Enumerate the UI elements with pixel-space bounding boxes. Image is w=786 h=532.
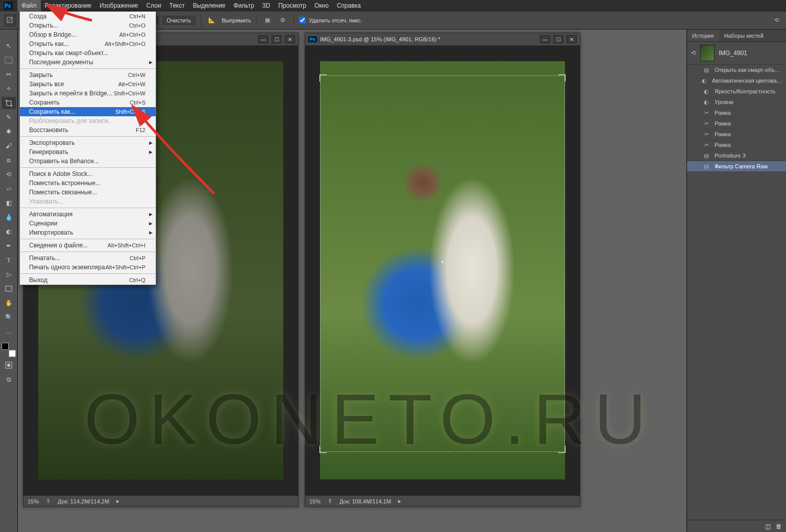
menu-item[interactable]: Открыть как...Alt+Shift+Ctrl+O	[20, 39, 156, 48]
overlay-grid-icon[interactable]: ▦	[262, 15, 273, 26]
more-tools[interactable]: …	[2, 325, 16, 338]
menu-item[interactable]: Открыть как смарт-объект...	[20, 48, 156, 58]
zoom-level-left[interactable]: 15%	[28, 498, 39, 504]
straighten-icon[interactable]: 📐	[206, 15, 217, 26]
canvas-right[interactable]: ✦	[305, 45, 580, 495]
stamp-tool[interactable]: ⧈	[2, 154, 16, 166]
foreground-color[interactable]	[2, 343, 9, 350]
maximize-button[interactable]: ☐	[272, 35, 282, 43]
close-button[interactable]: ✕	[285, 35, 295, 43]
share-icon[interactable]: ⇪	[46, 498, 51, 504]
healing-brush-tool[interactable]: ✱	[2, 125, 16, 138]
eyedropper-tool[interactable]: ✎	[2, 111, 16, 123]
menu-файл[interactable]: Файл	[17, 0, 41, 11]
path-select-tool[interactable]: ▷	[2, 268, 16, 281]
pen-tool[interactable]: ✒	[2, 240, 16, 252]
menu-item[interactable]: СохранитьCtrl+S	[20, 98, 156, 107]
history-step[interactable]: ▤Portraiture 3	[687, 150, 786, 161]
history-step[interactable]: ▤Фильтр Camera Raw	[687, 161, 786, 172]
history-snapshot-row[interactable]: ⟲ IMG_4901	[687, 42, 786, 65]
chevron-right-icon[interactable]: ▸	[116, 498, 119, 504]
tool-preset-button[interactable]	[4, 14, 16, 27]
history-step[interactable]: ✂Рамка	[687, 140, 786, 150]
quickmask-toggle[interactable]	[2, 359, 16, 371]
menu-item[interactable]: Закрыть и перейти в Bridge...Shift+Ctrl+…	[20, 89, 156, 98]
history-step[interactable]: ◐Яркость/Контрастность	[687, 86, 786, 97]
menu-item[interactable]: Экспортировать▶	[20, 138, 156, 147]
share-icon[interactable]: ⇪	[328, 498, 332, 504]
history-step[interactable]: ✂Рамка	[687, 118, 786, 129]
menu-item[interactable]: Последние документы▶	[20, 58, 156, 67]
clear-button[interactable]: Очистить	[162, 16, 196, 25]
magic-wand-tool[interactable]: ✧	[2, 83, 16, 95]
brush-tool[interactable]: 🖌	[2, 140, 16, 152]
history-step[interactable]: ◐Уровни	[687, 97, 786, 108]
eraser-tool[interactable]: ▱	[2, 183, 16, 195]
menu-фильтр[interactable]: Фильтр	[230, 0, 258, 11]
menu-item[interactable]: Закрыть всеAlt+Ctrl+W	[20, 80, 156, 89]
menu-текст[interactable]: Текст	[165, 0, 189, 11]
hand-tool[interactable]: ✋	[2, 297, 16, 309]
menu-окно[interactable]: Окно	[310, 0, 333, 11]
menu-item[interactable]: Печать одного экземпляраAlt+Shift+Ctrl+P	[20, 263, 156, 272]
history-step[interactable]: ◐Автоматическая цветовая корре	[687, 75, 786, 86]
dodge-tool[interactable]: ◐	[2, 225, 16, 238]
menu-справка[interactable]: Справка	[333, 0, 365, 11]
close-button[interactable]: ✕	[567, 35, 577, 43]
panel-tab[interactable]: История	[687, 30, 719, 41]
chevron-right-icon[interactable]: ▸	[398, 498, 401, 504]
menu-изображение[interactable]: Изображение	[95, 0, 142, 11]
history-brush-tool[interactable]: ⟲	[2, 168, 16, 181]
menu-item[interactable]: Сценарии▶	[20, 219, 156, 228]
menu-item[interactable]: Обзор в Bridge...Alt+Ctrl+O	[20, 30, 156, 39]
menu-item[interactable]: Поместить встроенные...	[20, 179, 156, 188]
gradient-tool[interactable]: ◧	[2, 197, 16, 209]
document-titlebar-right[interactable]: Ps IMG_4901-3.psd @ 15% (IMG_4901, RGB/1…	[305, 33, 580, 45]
trash-icon[interactable]: 🗑	[776, 523, 782, 530]
delete-pixels-checkbox[interactable]: Удалить отсеч. пикс.	[299, 17, 362, 23]
background-color[interactable]	[9, 350, 16, 357]
menu-item[interactable]: Отправить на Behance...	[20, 157, 156, 166]
screen-mode-toggle[interactable]: ⧉	[2, 373, 16, 386]
history-step[interactable]: ✂Рамка	[687, 129, 786, 140]
maximize-button[interactable]: ☐	[553, 35, 563, 43]
menu-item[interactable]: Сведения о файле...Alt+Shift+Ctrl+I	[20, 241, 156, 250]
panel-tab[interactable]: Наборы кистей	[719, 30, 769, 41]
marquee-tool[interactable]	[2, 54, 16, 66]
move-tool[interactable]: ↖	[2, 40, 16, 52]
minimize-button[interactable]: —	[258, 35, 268, 43]
color-swatches[interactable]	[2, 343, 16, 357]
blur-tool[interactable]: 💧	[2, 211, 16, 223]
minimize-button[interactable]: —	[540, 35, 550, 43]
menu-item[interactable]: Поместить связанные...	[20, 188, 156, 197]
menu-item[interactable]: Генерировать▶	[20, 147, 156, 157]
menu-item[interactable]: ВыходCtrl+Q	[20, 275, 156, 285]
history-step[interactable]: ✂Рамка	[687, 108, 786, 118]
zoom-level-right[interactable]: 15%	[309, 498, 321, 504]
menu-редактирование[interactable]: Редактирование	[41, 0, 95, 11]
zoom-tool[interactable]: 🔍	[2, 311, 16, 323]
menu-слои[interactable]: Слои	[142, 0, 165, 11]
menu-выделение[interactable]: Выделение	[189, 0, 230, 11]
new-snapshot-icon[interactable]: ◫	[765, 523, 771, 530]
crop-tool[interactable]	[2, 97, 16, 109]
menu-item[interactable]: Импортировать▶	[20, 228, 156, 237]
menu-item[interactable]: ВосстановитьF12	[20, 125, 156, 135]
menu-item[interactable]: СоздаCtrl+N	[20, 12, 156, 21]
menu-просмотр[interactable]: Просмотр	[274, 0, 310, 11]
menu-item[interactable]: Сохранить как...Shift+Ctrl+S	[20, 107, 156, 116]
menu-item[interactable]: Печатать...Ctrl+P	[20, 254, 156, 263]
cancel-crop-button[interactable]: ⟲	[771, 15, 782, 26]
lasso-tool[interactable]: ✂	[2, 68, 16, 81]
shape-tool[interactable]	[2, 283, 16, 295]
history-step[interactable]: ▤Открыть как смарт-объект	[687, 65, 786, 75]
settings-gear-icon[interactable]: ⚙	[277, 15, 288, 26]
menu-item[interactable]: ЗакрытьCtrl+W	[20, 70, 156, 80]
menu-item[interactable]: Автоматизация▶	[20, 210, 156, 219]
menu-3d[interactable]: 3D	[258, 0, 274, 11]
type-tool[interactable]: T	[2, 254, 16, 266]
menu-item[interactable]: Открыть...Ctrl+O	[20, 21, 156, 30]
menu-item[interactable]: Поиск в Adobe Stock...	[20, 169, 156, 179]
crop-center-icon[interactable]: ✦	[440, 259, 445, 266]
delete-pixels-check-input[interactable]	[299, 17, 306, 23]
